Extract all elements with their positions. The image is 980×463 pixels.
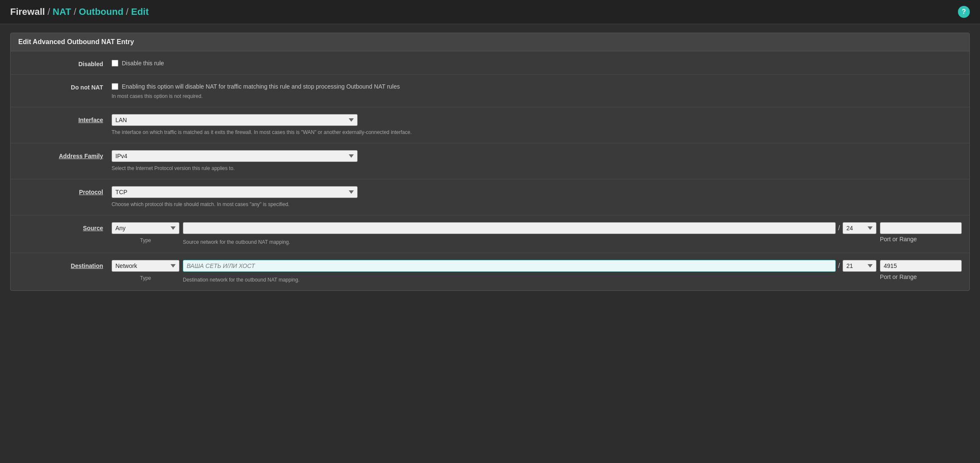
breadcrumb-sep2: / [74, 6, 76, 17]
do-not-nat-helper: In most cases this option is not require… [112, 92, 962, 100]
disabled-checkbox[interactable] [112, 60, 118, 67]
do-not-nat-checkbox[interactable] [112, 83, 118, 90]
protocol-row: Protocol TCP UDP TCP/UDP any ICMP Choose… [11, 179, 969, 215]
help-button[interactable]: ? [958, 6, 970, 18]
source-port-label: Port or Range [880, 236, 962, 243]
address-family-helper: Select the Internet Protocol version thi… [112, 165, 962, 172]
protocol-select[interactable]: TCP UDP TCP/UDP any ICMP [112, 186, 358, 198]
disabled-row: Disabled Disable this rule [11, 51, 969, 75]
source-field: Any Network Single host or alias This Fi… [112, 222, 962, 246]
source-cidr-select[interactable]: 8 16 24 25 26 27 28 29 30 32 [843, 222, 876, 234]
protocol-label[interactable]: Protocol [18, 186, 103, 195]
source-network-input[interactable] [183, 222, 836, 234]
address-family-label[interactable]: Address Family [18, 150, 103, 159]
breadcrumb-sep3: / [126, 6, 129, 17]
destination-field: Any Network Single host or alias This Fi… [112, 260, 962, 284]
destination-port-input[interactable] [880, 260, 962, 272]
panel-title: Edit Advanced Outbound NAT Entry [11, 33, 969, 51]
source-type-label: Type [112, 237, 179, 243]
destination-cidr-select[interactable]: 8 16 21 24 25 26 27 28 29 30 32 [843, 260, 876, 272]
destination-label[interactable]: Destination [18, 260, 103, 269]
breadcrumb: Firewall / NAT / Outbound / Edit ? [0, 0, 980, 24]
protocol-helper: Choose which protocol this rule should m… [112, 201, 962, 208]
disabled-checkbox-label: Disable this rule [122, 60, 164, 67]
source-network-helper: Source network for the outbound NAT mapp… [183, 238, 876, 246]
interface-field: LAN WAN VLAN10 VLAN20 The interface on w… [112, 114, 962, 136]
do-not-nat-checkbox-label: Enabling this option will disable NAT fo… [122, 83, 400, 90]
interface-select[interactable]: LAN WAN VLAN10 VLAN20 [112, 114, 358, 126]
destination-network-helper: Destination network for the outbound NAT… [183, 276, 876, 284]
breadcrumb-firewall: Firewall [10, 6, 45, 17]
destination-type-select[interactable]: Any Network Single host or alias This Fi… [112, 260, 179, 272]
breadcrumb-nat[interactable]: NAT [53, 6, 71, 17]
protocol-field: TCP UDP TCP/UDP any ICMP Choose which pr… [112, 186, 962, 208]
do-not-nat-label: Do not NAT [18, 81, 103, 91]
address-family-select[interactable]: IPv4 IPv6 IPv4+IPv6 [112, 150, 358, 162]
destination-network-input[interactable] [183, 260, 836, 272]
disabled-field: Disable this rule [112, 58, 962, 67]
source-label[interactable]: Source [18, 222, 103, 232]
address-family-field: IPv4 IPv6 IPv4+IPv6 Select the Internet … [112, 150, 962, 172]
source-type-select[interactable]: Any Network Single host or alias This Fi… [112, 222, 179, 234]
destination-row: Destination Any Network Single host or a… [11, 253, 969, 290]
breadcrumb-outbound[interactable]: Outbound [79, 6, 123, 17]
breadcrumb-edit[interactable]: Edit [131, 6, 149, 17]
do-not-nat-row: Do not NAT Enabling this option will dis… [11, 75, 969, 107]
main-content: Edit Advanced Outbound NAT Entry Disable… [0, 24, 980, 299]
interface-row: Interface LAN WAN VLAN10 VLAN20 The inte… [11, 107, 969, 143]
do-not-nat-field: Enabling this option will disable NAT fo… [112, 81, 962, 100]
interface-label[interactable]: Interface [18, 114, 103, 123]
interface-helper: The interface on which traffic is matche… [112, 128, 962, 136]
destination-port-label: Port or Range [880, 273, 962, 280]
source-slash: / [837, 224, 841, 232]
form-panel: Edit Advanced Outbound NAT Entry Disable… [10, 33, 970, 291]
destination-slash: / [837, 262, 841, 270]
disabled-label: Disabled [18, 58, 103, 67]
source-port-input[interactable] [880, 222, 962, 234]
source-row: Source Any Network Single host or alias … [11, 215, 969, 253]
breadcrumb-sep1: / [48, 6, 50, 17]
destination-type-label: Type [112, 275, 179, 281]
address-family-row: Address Family IPv4 IPv6 IPv4+IPv6 Selec… [11, 143, 969, 179]
